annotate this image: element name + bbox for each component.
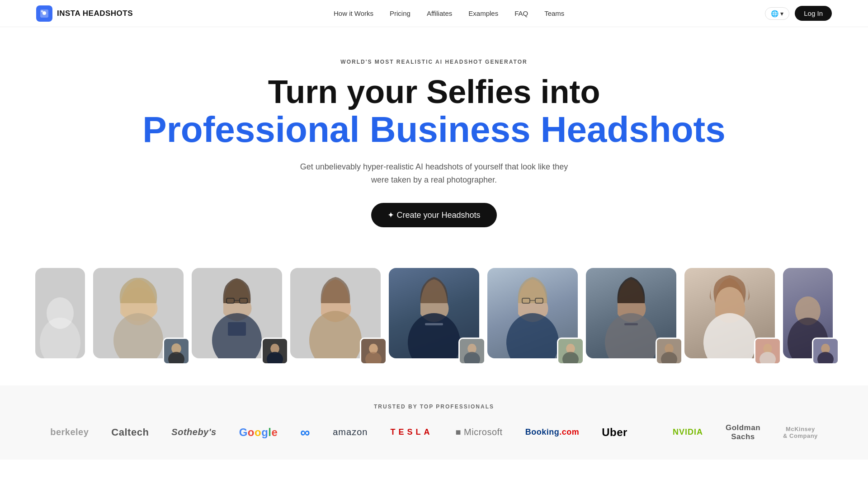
- logo-text: INSTA HEADSHOTS: [57, 9, 133, 18]
- logo-tesla: TESLA: [390, 427, 433, 437]
- svg-point-6: [113, 313, 163, 358]
- nav-how-it-works[interactable]: How it Works: [334, 9, 373, 17]
- svg-point-39: [703, 313, 756, 358]
- logo-goldman: GoldmanSachs: [726, 423, 760, 441]
- svg-rect-35: [624, 323, 638, 325]
- photo-card: [684, 268, 775, 358]
- logo-sothebys: Sotheby's: [171, 427, 216, 437]
- photo-card: [586, 268, 676, 358]
- hero-title-line2: Professional Business Headshots: [9, 110, 859, 150]
- nav-right: 🌐 ▾ Log In: [765, 6, 832, 21]
- login-button[interactable]: Log In: [795, 6, 832, 21]
- logo-caltech: Caltech: [111, 427, 149, 438]
- photo-card: [35, 268, 85, 358]
- nav-examples[interactable]: Examples: [468, 9, 498, 17]
- logo-link[interactable]: INSTA HEADSHOTS: [36, 5, 133, 22]
- language-button[interactable]: 🌐 ▾: [765, 7, 789, 20]
- photo-card: [389, 268, 479, 358]
- logo-nvidia: NVIDIA: [673, 427, 703, 437]
- trusted-tag: TRUSTED BY TOP PROFESSIONALS: [27, 404, 841, 410]
- logo-icon: [36, 5, 52, 22]
- svg-rect-14: [228, 322, 246, 336]
- globe-icon: 🌐: [771, 10, 778, 17]
- hero-title: Turn your Selfies into Professional Busi…: [9, 74, 859, 150]
- trusted-section: TRUSTED BY TOP PROFESSIONALS berkeley Ca…: [0, 385, 868, 460]
- svg-point-22: [408, 313, 460, 358]
- hero-section: WORLD'S MOST REALISTIC AI HEADSHOT GENER…: [0, 27, 868, 250]
- nav-affiliates[interactable]: Affiliates: [427, 9, 452, 17]
- svg-point-4: [40, 318, 80, 358]
- photo-card: [290, 268, 381, 358]
- logo-amazon: amazon: [333, 427, 368, 437]
- nav-pricing[interactable]: Pricing: [390, 9, 410, 17]
- nav-teams[interactable]: Teams: [544, 9, 564, 17]
- navbar: INSTA HEADSHOTS How it Works Pricing Aff…: [0, 0, 868, 27]
- photo-card: [783, 268, 833, 358]
- svg-point-34: [605, 313, 657, 358]
- nav-faq[interactable]: FAQ: [514, 9, 528, 17]
- svg-point-30: [506, 313, 559, 358]
- logo-meta: ∞: [300, 425, 310, 440]
- cta-button[interactable]: ✦ Create your Headshots: [371, 203, 496, 227]
- lang-arrow-icon: ▾: [780, 10, 783, 17]
- nav-links: How it Works Pricing Affiliates Examples…: [334, 9, 564, 17]
- logo-berkeley: berkeley: [50, 427, 89, 437]
- svg-rect-23: [425, 323, 443, 325]
- logos-strip: berkeley Caltech Sotheby's Google ∞ amaz…: [27, 423, 841, 441]
- hero-title-line1: Turn your Selfies into: [268, 74, 600, 110]
- logo-mckinsey: McKinsey& Company: [783, 426, 818, 439]
- photo-card: [487, 268, 578, 358]
- svg-point-18: [309, 311, 362, 358]
- logo-uber: Uber: [602, 426, 627, 439]
- logo-booking: Booking.com: [525, 427, 580, 437]
- svg-point-1: [42, 11, 46, 15]
- logo-microsoft: ■ Microsoft: [455, 427, 502, 437]
- photos-strip: [0, 250, 868, 385]
- photo-card: [192, 268, 282, 358]
- hero-tag: WORLD'S MOST REALISTIC AI HEADSHOT GENER…: [9, 59, 859, 65]
- photo-card: [93, 268, 184, 358]
- hero-subtitle: Get unbelievably hyper-realistic AI head…: [294, 160, 574, 187]
- logo-google: Google: [239, 426, 278, 439]
- svg-rect-2: [41, 10, 43, 12]
